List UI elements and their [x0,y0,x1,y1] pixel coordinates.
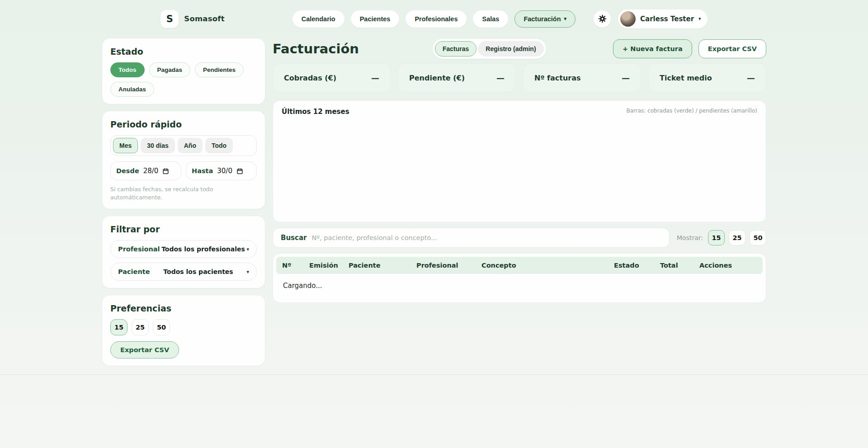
col-emision: Emisión [303,262,343,269]
table-loading-text: Cargando... [276,274,763,299]
search-input[interactable] [311,234,661,241]
view-tabs: Facturas Registro (admin) [433,39,546,59]
mostrar-label: Mostrar: [677,234,703,241]
filtrar-title: Filtrar por [110,224,257,234]
nav-item-label: Salas [482,15,499,23]
nav-item-calendario[interactable]: Calendario [292,10,344,28]
estado-title: Estado [110,47,257,57]
user-name: Carless Tester [640,15,694,23]
tab-registro-admin[interactable]: Registro (admin) [478,41,543,57]
nav-item-label: Facturación [524,15,561,23]
chart-legend-note: Barras: cobradas (verde) / pendientes (a… [626,108,757,114]
filters-sidebar: Estado Todos Pagadas Pendientes Anuladas… [102,38,265,366]
periodo-option-30dias[interactable]: 30 días [141,138,175,153]
page-size-50[interactable]: 50 [153,319,170,335]
stat-num-facturas: Nº facturas — [523,63,641,92]
periodo-option-mes[interactable]: Mes [113,138,138,153]
calendar-icon [236,168,243,174]
profesional-label: Profesional [118,245,160,253]
estado-chip-anuladas[interactable]: Anuladas [110,82,154,97]
search-label: Buscar [281,234,307,242]
gear-icon [598,14,607,23]
col-total: Total [654,262,693,269]
stat-cobradas: Cobradas (€) — [273,63,391,92]
stat-label: Cobradas (€) [284,74,336,82]
stat-value: — [496,73,505,83]
paciente-label: Paciente [118,268,150,275]
search-row: Buscar Mostrar: 15 25 50 [273,228,766,248]
nav-item-pacientes[interactable]: Pacientes [351,10,400,28]
paciente-select[interactable]: Paciente Todos los pacientes ▾ [110,263,257,281]
col-concepto: Concepto [476,262,608,269]
mostrar-50[interactable]: 50 [750,230,766,245]
profesional-select[interactable]: Profesional Todos los profesionales ▾ [110,240,257,258]
mostrar-group: Mostrar: 15 25 50 [677,230,766,245]
periodo-title: Periodo rápido [110,119,257,129]
estado-chip-pagadas[interactable]: Pagadas [149,62,191,77]
chart-title: Últimos 12 meses [282,108,349,116]
periodo-card: Periodo rápido Mes 30 días Año Todo Desd… [102,111,265,209]
stat-label: Ticket medio [660,74,712,82]
sidebar-export-csv-button[interactable]: Exportar CSV [110,341,179,358]
settings-button[interactable] [594,10,611,28]
estado-chip-todos[interactable]: Todos [110,62,145,77]
mostrar-15[interactable]: 15 [708,230,725,245]
col-acciones: Acciones [693,262,763,269]
date-from-input[interactable]: Desde 28/0 [110,161,181,180]
mostrar-25[interactable]: 25 [729,230,745,245]
header-actions: + Nueva factura Exportar CSV [613,39,766,58]
periodo-option-todo[interactable]: Todo [205,138,233,153]
stat-label: Pendiente (€) [409,74,465,82]
estado-card: Estado Todos Pagadas Pendientes Anuladas [102,38,265,104]
estado-options: Todos Pagadas Pendientes Anuladas [110,62,257,97]
date-from-value: 28/0 [143,167,159,175]
date-range-row: Desde 28/0 Hasta 30/0 [110,161,257,180]
page-title: Facturación [273,41,359,57]
search-box[interactable]: Buscar [273,228,670,248]
estado-chip-pendientes[interactable]: Pendientes [195,62,244,77]
nav-item-label: Calendario [302,15,335,23]
col-profesional: Profesional [410,262,476,269]
top-navigation-bar: S Somasoft Calendario Pacientes Profesio… [0,0,868,31]
calendar-icon [162,168,169,174]
new-invoice-button[interactable]: + Nueva factura [613,39,692,58]
page-size-25[interactable]: 25 [132,319,149,335]
user-menu[interactable]: Carless Tester ▾ [618,9,708,28]
stat-ticket-medio: Ticket medio — [648,63,766,92]
periodo-segmented-control: Mes 30 días Año Todo [110,135,257,156]
preferencias-card: Preferencias 15 25 50 Exportar CSV [102,295,265,366]
nav-item-profesionales[interactable]: Profesionales [406,10,467,28]
tab-facturas[interactable]: Facturas [435,41,476,57]
page-size-15[interactable]: 15 [110,319,127,335]
avatar [620,11,636,27]
nav-item-salas[interactable]: Salas [473,10,508,28]
periodo-helper-text: Si cambias fechas, se recalcula todo aut… [110,185,257,202]
main-nav: Calendario Pacientes Profesionales Salas… [292,10,576,28]
invoices-table: Nº Emisión Paciente Profesional Concepto… [273,253,766,303]
logo-letter: S [166,14,173,24]
app-logo-icon: S [160,10,179,28]
chart-header: Últimos 12 meses Barras: cobradas (verde… [282,108,757,116]
footer-divider [0,374,868,375]
stat-value: — [371,73,379,83]
col-paciente: Paciente [343,262,410,269]
date-to-label: Hasta [192,167,213,174]
chart-card: Últimos 12 meses Barras: cobradas (verde… [273,100,766,222]
periodo-option-ano[interactable]: Año [178,138,203,153]
content-area: Estado Todos Pagadas Pendientes Anuladas… [102,38,766,366]
stat-value: — [622,73,630,83]
col-numero: Nº [276,262,303,269]
stat-value: — [747,73,755,83]
nav-item-facturacion[interactable]: Facturación ▾ [514,10,576,28]
table-header-row: Nº Emisión Paciente Profesional Concepto… [276,257,763,274]
chevron-down-icon: ▾ [246,269,249,274]
profesional-value: Todos los profesionales [160,245,247,253]
chevron-down-icon: ▾ [698,16,701,21]
date-from-label: Desde [116,167,139,174]
chevron-down-icon: ▾ [564,16,567,21]
brand-name: Somasoft [184,14,224,23]
date-to-input[interactable]: Hasta 30/0 [186,161,257,180]
export-csv-button[interactable]: Exportar CSV [698,39,766,58]
page-size-buttons: 15 25 50 [110,319,257,335]
preferencias-title: Preferencias [110,303,257,313]
